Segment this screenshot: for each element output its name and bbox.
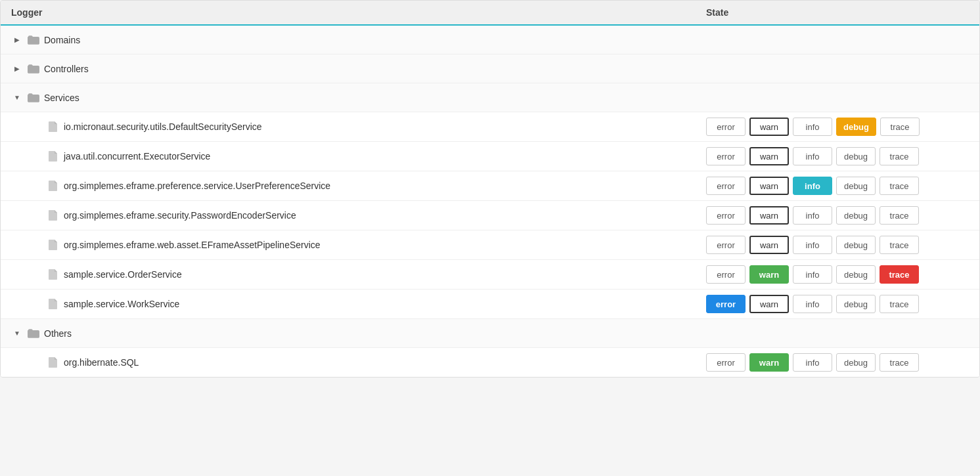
log-level-btn-trace-defaultsecurityservice[interactable]: trace	[880, 118, 920, 136]
log-level-btn-trace-eframeassetpipelineservice[interactable]: trace	[880, 236, 919, 254]
table-row-controllers: ▶ Controllers	[1, 54, 979, 83]
leaf-label-executorservice: java.util.concurrent.ExecutorService	[64, 151, 210, 162]
log-level-btn-debug-orderservice[interactable]: debug	[836, 265, 876, 284]
log-level-btn-warn-hibernatesql[interactable]: warn	[749, 353, 789, 372]
row-buttons-defaultsecurityservice: errorwarninfodebugtrace	[706, 118, 969, 136]
row-left-defaultsecurityservice: io.micronaut.security.utils.DefaultSecur…	[11, 121, 706, 132]
log-level-btn-warn-orderservice[interactable]: warn	[749, 265, 789, 284]
leaf-label-workservice: sample.service.WorkService	[64, 299, 179, 309]
file-icon-defaultsecurityservice	[47, 121, 60, 132]
row-left-userpreferenceservice: org.simplemes.eframe.preference.service.…	[11, 181, 706, 191]
leaf-label-passwordencoderservice: org.simplemes.eframe.security.PasswordEn…	[64, 210, 296, 221]
expand-icon-others[interactable]: ▼	[11, 328, 23, 339]
log-level-btn-warn-passwordencoderservice[interactable]: warn	[749, 206, 789, 225]
file-icon-eframeassetpipelineservice	[47, 240, 60, 250]
category-label-others: Others	[44, 328, 72, 339]
log-level-btn-trace-orderservice[interactable]: trace	[880, 265, 919, 284]
log-level-btn-info-userpreferenceservice[interactable]: info	[793, 177, 832, 195]
file-icon-workservice	[47, 299, 60, 309]
table-row-workservice: sample.service.WorkServiceerrorwarninfod…	[1, 290, 979, 319]
header-logger: Logger	[11, 7, 706, 18]
file-icon-passwordencoderservice	[47, 210, 60, 221]
table-row-hibernatesql: org.hibernate.SQLerrorwarninfodebugtrace	[1, 348, 979, 377]
row-buttons-workservice: errorwarninfodebugtrace	[706, 295, 969, 313]
log-level-btn-info-defaultsecurityservice[interactable]: info	[793, 118, 832, 136]
log-level-btn-error-hibernatesql[interactable]: error	[706, 353, 746, 372]
row-buttons-executorservice: errorwarninfodebugtrace	[706, 147, 969, 165]
table-row-eframeassetpipelineservice: org.simplemes.eframe.web.asset.EFrameAss…	[1, 230, 979, 260]
log-level-btn-error-defaultsecurityservice[interactable]: error	[706, 118, 746, 136]
log-level-btn-error-orderservice[interactable]: error	[706, 265, 746, 284]
log-level-btn-warn-workservice[interactable]: warn	[749, 295, 789, 313]
log-level-btn-trace-workservice[interactable]: trace	[880, 295, 919, 313]
log-level-btn-trace-passwordencoderservice[interactable]: trace	[880, 206, 919, 225]
row-buttons-passwordencoderservice: errorwarninfodebugtrace	[706, 206, 969, 225]
leaf-label-hibernatesql: org.hibernate.SQL	[64, 357, 139, 368]
table-row-services: ▼ Services	[1, 83, 979, 112]
log-level-btn-warn-userpreferenceservice[interactable]: warn	[749, 177, 789, 195]
row-buttons-hibernatesql: errorwarninfodebugtrace	[706, 353, 969, 372]
row-left-domains: ▶ Domains	[11, 34, 969, 46]
log-level-btn-trace-hibernatesql[interactable]: trace	[880, 353, 919, 372]
table-row-userpreferenceservice: org.simplemes.eframe.preference.service.…	[1, 171, 979, 201]
table-row-passwordencoderservice: org.simplemes.eframe.security.PasswordEn…	[1, 201, 979, 230]
log-level-btn-warn-eframeassetpipelineservice[interactable]: warn	[749, 236, 789, 254]
log-level-btn-debug-workservice[interactable]: debug	[836, 295, 876, 313]
leaf-label-eframeassetpipelineservice: org.simplemes.eframe.web.asset.EFrameAss…	[64, 240, 321, 250]
row-left-hibernatesql: org.hibernate.SQL	[11, 357, 706, 368]
logger-table: Logger State ▶ Domains▶ Controllers▼ Ser…	[0, 0, 980, 378]
log-level-btn-debug-executorservice[interactable]: debug	[836, 147, 876, 165]
log-level-btn-info-passwordencoderservice[interactable]: info	[793, 206, 832, 225]
file-icon-orderservice	[47, 269, 60, 280]
row-left-others: ▼ Others	[11, 328, 969, 339]
row-left-eframeassetpipelineservice: org.simplemes.eframe.web.asset.EFrameAss…	[11, 240, 706, 250]
log-level-btn-trace-userpreferenceservice[interactable]: trace	[880, 177, 919, 195]
folder-icon-domains	[27, 35, 40, 45]
table-row-orderservice: sample.service.OrderServiceerrorwarninfo…	[1, 260, 979, 290]
log-level-btn-info-executorservice[interactable]: info	[793, 147, 832, 165]
table-row-domains: ▶ Domains	[1, 26, 979, 54]
log-level-btn-info-eframeassetpipelineservice[interactable]: info	[793, 236, 832, 254]
folder-icon-services	[27, 93, 40, 103]
leaf-label-userpreferenceservice: org.simplemes.eframe.preference.service.…	[64, 181, 330, 191]
log-level-btn-debug-passwordencoderservice[interactable]: debug	[836, 206, 876, 225]
category-label-services: Services	[44, 93, 79, 103]
log-level-btn-error-userpreferenceservice[interactable]: error	[706, 177, 746, 195]
table-header: Logger State	[1, 1, 979, 26]
log-level-btn-info-orderservice[interactable]: info	[793, 265, 832, 284]
category-label-controllers: Controllers	[44, 64, 89, 74]
row-buttons-userpreferenceservice: errorwarninfodebugtrace	[706, 177, 969, 195]
folder-icon-controllers	[27, 64, 40, 74]
row-left-controllers: ▶ Controllers	[11, 63, 969, 75]
category-label-domains: Domains	[44, 35, 80, 45]
log-level-btn-debug-defaultsecurityservice[interactable]: debug	[836, 118, 876, 136]
table-row-executorservice: java.util.concurrent.ExecutorServiceerro…	[1, 142, 979, 171]
expand-icon-controllers[interactable]: ▶	[11, 63, 23, 75]
row-buttons-orderservice: errorwarninfodebugtrace	[706, 265, 969, 284]
folder-icon-others	[27, 328, 40, 339]
row-left-workservice: sample.service.WorkService	[11, 299, 706, 309]
log-level-btn-warn-defaultsecurityservice[interactable]: warn	[749, 118, 789, 136]
row-buttons-eframeassetpipelineservice: errorwarninfodebugtrace	[706, 236, 969, 254]
expand-icon-domains[interactable]: ▶	[11, 34, 23, 46]
log-level-btn-info-workservice[interactable]: info	[793, 295, 832, 313]
row-left-executorservice: java.util.concurrent.ExecutorService	[11, 151, 706, 162]
table-row-others: ▼ Others	[1, 319, 979, 348]
file-icon-executorservice	[47, 151, 60, 162]
file-icon-hibernatesql	[47, 357, 60, 368]
log-level-btn-info-hibernatesql[interactable]: info	[793, 353, 832, 372]
log-level-btn-warn-executorservice[interactable]: warn	[749, 147, 789, 165]
log-level-btn-debug-eframeassetpipelineservice[interactable]: debug	[836, 236, 876, 254]
expand-icon-services[interactable]: ▼	[11, 92, 23, 104]
leaf-label-defaultsecurityservice: io.micronaut.security.utils.DefaultSecur…	[64, 121, 262, 132]
table-row-defaultsecurityservice: io.micronaut.security.utils.DefaultSecur…	[1, 112, 979, 142]
log-level-btn-error-workservice[interactable]: error	[706, 295, 746, 313]
log-level-btn-error-executorservice[interactable]: error	[706, 147, 746, 165]
leaf-label-orderservice: sample.service.OrderService	[64, 269, 182, 280]
table-body: ▶ Domains▶ Controllers▼ Services io.micr…	[1, 26, 979, 377]
log-level-btn-debug-hibernatesql[interactable]: debug	[836, 353, 876, 372]
log-level-btn-trace-executorservice[interactable]: trace	[880, 147, 919, 165]
log-level-btn-debug-userpreferenceservice[interactable]: debug	[836, 177, 876, 195]
log-level-btn-error-passwordencoderservice[interactable]: error	[706, 206, 746, 225]
log-level-btn-error-eframeassetpipelineservice[interactable]: error	[706, 236, 746, 254]
